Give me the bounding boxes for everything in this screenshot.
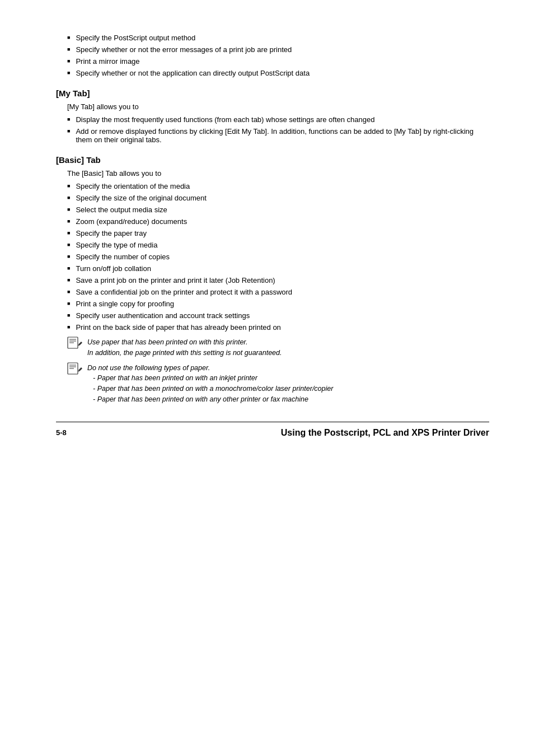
list-item: Display the most frequently used functio… <box>56 115 489 124</box>
list-item: Save a confidential job on the printer a… <box>56 288 489 296</box>
list-item: Specify the size of the original documen… <box>56 194 489 202</box>
list-item-text: Print on the back side of paper that has… <box>76 323 280 332</box>
my-tab-bullet-list: Display the most frequently used functio… <box>56 115 489 144</box>
list-item-text: Display the most frequently used functio… <box>76 115 374 124</box>
list-item-text: Specify the size of the original documen… <box>76 194 206 202</box>
note-block-2: Do not use the following types of paper.… <box>67 363 489 405</box>
list-item: Print a mirror image <box>56 57 489 66</box>
intro-bullet-list: Specify the PostScript output method Spe… <box>56 34 489 77</box>
list-item-text: Specify the paper tray <box>76 229 146 237</box>
list-item-text: Print a mirror image <box>76 57 139 66</box>
basic-tab-bullet-list: Specify the orientation of the media Spe… <box>56 182 489 332</box>
list-item: Specify the PostScript output method <box>56 34 489 42</box>
my-tab-heading: [My Tab] <box>56 88 489 98</box>
list-item: Turn on/off job collation <box>56 264 489 273</box>
basic-tab-intro: The [Basic] Tab allows you to <box>56 169 489 178</box>
my-tab-intro: [My Tab] allows you to <box>56 102 489 111</box>
list-item: Specify the type of media <box>56 241 489 249</box>
footer: 5-8 Using the Postscript, PCL and XPS Pr… <box>56 428 489 438</box>
list-item-text: Specify whether or not the application c… <box>76 69 310 77</box>
list-item: Specify user authentication and account … <box>56 311 489 320</box>
list-item-text: Specify the PostScript output method <box>76 34 195 42</box>
footer-title: Using the Postscript, PCL and XPS Printe… <box>281 428 489 438</box>
list-item: Zoom (expand/reduce) documents <box>56 217 489 226</box>
list-item-text: Print a single copy for proofing <box>76 300 174 308</box>
list-item: Specify whether or not the error message… <box>56 45 489 54</box>
list-item: Specify the paper tray <box>56 229 489 237</box>
list-item: Select the output media size <box>56 206 489 214</box>
note-text-1: Use paper that has been printed on with … <box>87 337 282 358</box>
list-item: Print a single copy for proofing <box>56 300 489 308</box>
list-item: Save a print job on the printer and prin… <box>56 276 489 284</box>
list-item: Specify the orientation of the media <box>56 182 489 190</box>
note-icon-1 <box>67 336 83 351</box>
list-item: Specify the number of copies <box>56 253 489 261</box>
note-block-1: Use paper that has been printed on with … <box>67 337 489 358</box>
list-item-text: Add or remove displayed functions by cli… <box>76 127 489 144</box>
page: Specify the PostScript output method Spe… <box>0 0 534 756</box>
list-item: Specify whether or not the application c… <box>56 69 489 77</box>
list-item-text: Save a confidential job on the printer a… <box>76 288 292 296</box>
note-text-2: Do not use the following types of paper.… <box>87 363 333 405</box>
list-item-text: Save a print job on the printer and prin… <box>76 276 275 284</box>
list-item-text: Turn on/off job collation <box>76 264 151 273</box>
list-item-text: Specify the type of media <box>76 241 157 249</box>
list-item-text: Specify user authentication and account … <box>76 311 250 320</box>
list-item-text: Select the output media size <box>76 206 167 214</box>
list-item-text: Specify whether or not the error message… <box>76 45 292 54</box>
list-item: Print on the back side of paper that has… <box>56 323 489 332</box>
list-item-text: Specify the orientation of the media <box>76 182 190 190</box>
list-item-text: Specify the number of copies <box>76 253 170 261</box>
note-icon-2 <box>67 362 83 377</box>
list-item: Add or remove displayed functions by cli… <box>56 127 489 144</box>
list-item-text: Zoom (expand/reduce) documents <box>76 217 187 226</box>
basic-tab-heading: [Basic] Tab <box>56 155 489 165</box>
footer-divider <box>56 422 489 422</box>
footer-page-number: 5-8 <box>56 428 67 437</box>
